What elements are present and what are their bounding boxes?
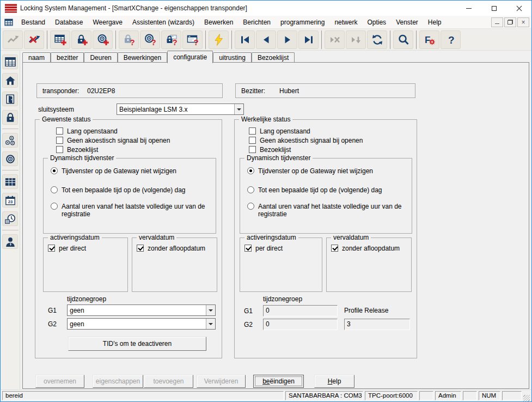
read-transponder-button[interactable]: ? [140, 31, 160, 49]
read-lock-button[interactable]: ? [119, 31, 139, 49]
help-button[interactable]: ? [441, 31, 461, 49]
sluitsysteem-combo[interactable]: Beispielanlage LSM 3.x [117, 103, 244, 115]
tab-bezoeklijst[interactable]: Bezoeklijst [252, 52, 295, 63]
menu-netwerk[interactable]: netwerk [329, 17, 362, 28]
tab-uitrusting[interactable]: uitrusting [213, 52, 252, 63]
aantal-uren-radio-actual[interactable] [247, 203, 254, 210]
menu-programmering[interactable]: programmering [276, 17, 329, 28]
read-lock-net-button[interactable]: ? [161, 31, 181, 49]
checkbox-row[interactable]: Lang openstaand [249, 127, 310, 135]
program-button[interactable] [209, 31, 229, 49]
resize-grip[interactable] [523, 395, 530, 401]
minimize-button[interactable] [456, 1, 481, 16]
eigenschappen-button[interactable]: eigenschappen [93, 375, 143, 388]
sidebar-calendar-button[interactable]: 23 [2, 193, 18, 208]
checkbox-row[interactable]: zonder afloopdatum [137, 245, 205, 252]
new-lock-button[interactable] [71, 31, 91, 49]
mdi-close-button[interactable]: × [517, 17, 529, 27]
sidebar-person-button[interactable] [2, 234, 18, 249]
sidebar-lock-button[interactable] [2, 110, 18, 125]
g2-combo[interactable]: geen [67, 318, 216, 330]
radio-row[interactable]: Tot een bepaalde tijd op de (volgende) d… [247, 186, 382, 194]
checkbox-row[interactable]: Lang openstaand [56, 127, 118, 135]
new-transponder-button[interactable] [93, 31, 113, 49]
per-direct-checkbox-actual[interactable] [244, 245, 252, 252]
zonder-afloopdatum-checkbox[interactable] [137, 245, 144, 252]
radio-row[interactable]: Tot een bepaalde tijd op de (volgende) d… [51, 186, 186, 194]
per-direct-checkbox[interactable] [48, 245, 55, 252]
tijdvenster-niet-wijzigen-radio[interactable] [51, 167, 58, 174]
menu-assistenten[interactable]: Assistenten (wizards) [127, 17, 199, 28]
search-button[interactable] [393, 31, 413, 49]
tab-configuratie[interactable]: configuratie [167, 51, 213, 63]
checkbox-row[interactable]: Geen akoestisch signaal bij openen [249, 137, 363, 144]
menu-bewerken[interactable]: Bewerken [199, 17, 238, 28]
radio-row[interactable]: Tijdvenster op de Gateway niet wijzigen [51, 167, 176, 175]
tab-bewerkingen[interactable]: Bewerkingen [118, 52, 167, 63]
radio-row[interactable]: Aantal uren vanaf het laatste volledige … [247, 203, 412, 218]
menu-opties[interactable]: Opties [362, 17, 391, 28]
radio-row[interactable]: Tijdvenster op de Gateway niet wijzigen [247, 167, 373, 175]
lang-openstaand-checkbox-actual[interactable] [249, 127, 256, 135]
checkbox-row[interactable]: per direct [48, 245, 86, 252]
close-button[interactable] [506, 1, 531, 16]
checkbox-row[interactable]: per direct [244, 245, 283, 252]
sidebar-matrix-button[interactable] [2, 54, 18, 69]
checkbox-row[interactable]: Bezoeklijst [56, 146, 98, 154]
help-dialog-button[interactable]: Help [314, 375, 354, 388]
overnemen-button[interactable]: overnemen [35, 375, 84, 388]
tab-deuren[interactable]: Deuren [84, 52, 117, 63]
chevron-down-icon[interactable] [234, 104, 243, 114]
checkbox-row[interactable]: Geen akoestisch signaal bij openen [56, 137, 170, 144]
toevoegen-button[interactable]: toevoegen [144, 375, 193, 388]
tijdvenster-niet-wijzigen-radio-actual[interactable] [247, 167, 254, 174]
sidebar-door-button[interactable] [2, 92, 18, 106]
menu-help[interactable]: Help [423, 17, 447, 28]
sidebar-building-button[interactable] [2, 73, 18, 88]
sidebar-time-log-button[interactable] [2, 211, 18, 226]
refresh-button[interactable] [367, 31, 387, 49]
filter-button[interactable]: F [419, 31, 439, 49]
verwijderen-button[interactable]: Verwijderen [197, 375, 246, 388]
sidebar-timezone-plan-button[interactable] [2, 174, 18, 189]
aantal-uren-radio[interactable] [51, 203, 58, 210]
read-network-button[interactable]: ? [182, 31, 203, 49]
checkbox-row[interactable]: Bezoeklijst [249, 146, 291, 154]
checkbox-row[interactable]: zonder afloopdatum [331, 245, 400, 252]
tab-naam[interactable]: naam [22, 52, 51, 63]
menu-bestand[interactable]: Bestand [16, 17, 50, 28]
beeindigen-button[interactable]: beëindigen [253, 375, 304, 388]
last-record-button[interactable] [298, 31, 319, 49]
menu-venster[interactable]: Venster [391, 17, 423, 28]
tab-bezitter[interactable]: bezitter [51, 52, 84, 63]
sidebar-transponder-button[interactable] [2, 151, 18, 166]
disconnect-button[interactable] [24, 31, 44, 49]
cancel-edit-button[interactable] [325, 31, 345, 49]
menu-weergave[interactable]: Weergave [88, 17, 127, 28]
bezoeklijst-checkbox[interactable] [56, 146, 63, 153]
commit-edit-button[interactable] [346, 31, 366, 49]
menu-berichten[interactable]: Berichten [238, 17, 276, 28]
radio-row[interactable]: Aantal uren vanaf het laatste volledige … [51, 203, 215, 218]
prev-record-button[interactable] [256, 31, 276, 49]
chevron-down-icon[interactable] [206, 319, 215, 329]
bepaalde-tijd-radio-actual[interactable] [247, 186, 254, 193]
zonder-afloopdatum-checkbox-actual[interactable] [331, 245, 338, 252]
next-record-button[interactable] [277, 31, 297, 49]
tids-deactiveren-button[interactable]: TID's om te deactiveren [68, 337, 206, 351]
mdi-restore-button[interactable] [504, 17, 516, 27]
first-record-button[interactable] [235, 31, 255, 49]
chevron-down-icon[interactable] [206, 305, 215, 315]
lang-openstaand-checkbox[interactable] [56, 127, 63, 135]
menu-database[interactable]: Database [50, 17, 88, 28]
geen-signaal-checkbox[interactable] [56, 137, 63, 144]
geen-signaal-checkbox-actual[interactable] [249, 137, 256, 144]
g1-combo[interactable]: geen [67, 304, 216, 316]
mdi-minimize-button[interactable] [491, 17, 503, 27]
bezoeklijst-checkbox-actual[interactable] [249, 146, 256, 153]
new-locking-system-button[interactable] [50, 31, 70, 49]
connect-button[interactable] [3, 31, 23, 49]
maximize-button[interactable] [481, 1, 506, 16]
sidebar-transponder-group-button[interactable] [2, 133, 18, 148]
bepaalde-tijd-radio[interactable] [51, 186, 58, 193]
